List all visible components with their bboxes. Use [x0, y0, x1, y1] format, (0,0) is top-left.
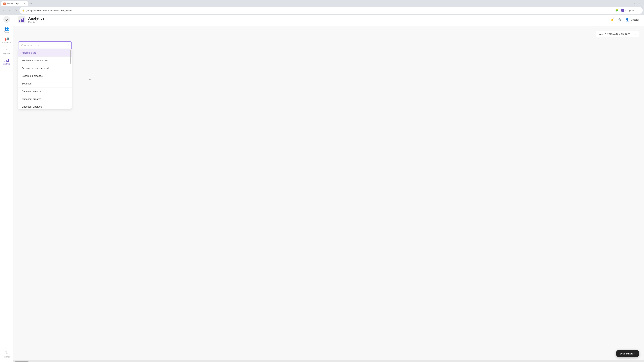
event-dropdown: Applied a tag Became a non-prospect Beca… [18, 49, 72, 109]
people-icon: 👥 [4, 27, 9, 30]
dropdown-item-checkout-created[interactable]: Checkout created [18, 95, 72, 103]
forward-button[interactable]: → [8, 8, 12, 13]
bottom-scrollbar-thumb [15, 361, 28, 362]
header-text: Analytics Events [28, 16, 44, 23]
minimize-button[interactable]: ⌄ [626, 1, 630, 6]
sidebar-item-people[interactable]: 👥 People [1, 25, 12, 34]
date-range-picker[interactable]: Nov 13, 2023 — Dec 13, 2023 ▾ [596, 31, 639, 37]
menu-icon[interactable]: ⋮ [636, 8, 640, 12]
event-selector-wrapper: ⤡ Applied a tag Became a non-prospect Be… [18, 41, 72, 49]
browser-content: ☺ 👥 People 📢 Campaigns Workflows [0, 13, 644, 362]
address-bar-row: ← → ↻ 🔒 getdrip.com/7641396/reports/subs… [0, 6, 644, 15]
tab-title: Events · Drip [7, 2, 22, 5]
content-area: Nov 13, 2023 — Dec 13, 2023 ▾ ⤡ Applied … [14, 26, 644, 362]
tab-bar: D Events · Drip ✕ + ⌄ ❐ ✕ [0, 0, 644, 6]
user-icon: 👤 [626, 18, 629, 22]
sidebar-label-people: People [4, 31, 9, 33]
profile-button[interactable]: I Incognito [620, 8, 635, 13]
user-name: Moodjoy [630, 18, 639, 21]
notification-dot [613, 17, 614, 18]
page-subtitle: Events [28, 21, 44, 23]
settings-icon [5, 351, 8, 355]
page-header: Analytics Events 🔔 🔍 👤 Moodjoy [14, 13, 644, 26]
drip-logo[interactable]: ☺ [3, 16, 10, 23]
sidebar: ☺ 👥 People 📢 Campaigns Workflows [0, 13, 14, 362]
svg-line-3 [6, 49, 7, 50]
sidebar-item-workflows[interactable]: Workflows [1, 46, 12, 56]
sidebar-bottom: Settings [1, 350, 12, 359]
notifications-button[interactable]: 🔔 [609, 17, 615, 22]
tab-close-button[interactable]: ✕ [24, 2, 26, 5]
url-text: getdrip.com/7641396/reports/subscriber_e… [26, 9, 72, 12]
sidebar-label-workflows: Workflows [3, 53, 10, 55]
date-picker-container: Nov 13, 2023 — Dec 13, 2023 ▾ [18, 31, 639, 37]
dropdown-item-canceled-order[interactable]: Canceled an order [18, 87, 72, 95]
sidebar-label-analytics: Analytics [3, 63, 10, 65]
cursor: ↖ [89, 78, 92, 82]
tab-favicon: D [3, 2, 6, 5]
sidebar-item-analytics[interactable]: Analytics [1, 57, 12, 66]
svg-point-1 [7, 48, 8, 49]
header-left: Analytics Events [18, 16, 44, 23]
dropdown-item-became-potential-lead[interactable]: Became a potential lead [18, 64, 72, 72]
svg-point-0 [5, 48, 6, 49]
bookmark-icon[interactable]: ☆ [610, 8, 614, 12]
drip-support-button[interactable]: Drip Support [616, 350, 639, 357]
window-controls: ⌄ ❐ ✕ [626, 1, 643, 6]
workflows-icon [5, 48, 8, 52]
dropdown-item-bounced[interactable]: Bounced [18, 80, 72, 87]
sidebar-label-settings: Settings [4, 356, 10, 358]
browser-chrome: D Events · Drip ✕ + ⌄ ❐ ✕ ← → ↻ 🔒 getdri… [0, 0, 644, 15]
analytics-icon [4, 59, 9, 62]
extension-icon[interactable]: 🧩 [615, 8, 619, 12]
dropdown-scrollbar[interactable] [70, 50, 71, 64]
bottom-scrollbar[interactable] [14, 360, 644, 362]
back-button[interactable]: ← [1, 8, 6, 13]
sidebar-label-campaigns: Campaigns [2, 41, 11, 43]
campaigns-icon: 📢 [4, 37, 9, 41]
dropdown-item-checkout-updated[interactable]: Checkout updated [18, 103, 72, 109]
restore-button[interactable]: ❐ [631, 1, 636, 6]
svg-point-2 [6, 50, 7, 51]
reload-button[interactable]: ↻ [14, 8, 18, 13]
close-button[interactable]: ✕ [636, 1, 641, 6]
analytics-header-icon [18, 16, 26, 23]
event-search-input[interactable] [18, 41, 72, 49]
drip-support-label: Drip Support [620, 352, 635, 355]
svg-line-4 [7, 49, 8, 50]
lock-icon: 🔒 [22, 9, 24, 11]
dropdown-item-became-non-prospect[interactable]: Became a non-prospect [18, 57, 72, 64]
sidebar-item-settings[interactable]: Settings [1, 350, 12, 359]
dropdown-item-applied-a-tag[interactable]: Applied a tag [18, 49, 72, 57]
profile-label: Incognito [626, 9, 634, 11]
user-menu[interactable]: 👤 Moodjoy [626, 18, 639, 22]
address-right: ☆ 🧩 I Incognito ⋮ [610, 8, 640, 13]
header-right: 🔔 🔍 👤 Moodjoy [609, 17, 639, 22]
profile-avatar: I [621, 9, 624, 12]
date-picker-chevron-icon: ▾ [635, 33, 636, 35]
main-content: Analytics Events 🔔 🔍 👤 Moodjoy [14, 13, 644, 362]
page-title: Analytics [28, 16, 44, 21]
address-bar[interactable]: 🔒 getdrip.com/7641396/reports/subscriber… [20, 7, 643, 14]
new-tab-button[interactable]: + [29, 1, 34, 6]
sidebar-item-campaigns[interactable]: 📢 Campaigns [1, 36, 12, 45]
svg-point-5 [6, 352, 7, 354]
dropdown-item-became-prospect[interactable]: Became a prospect [18, 72, 72, 80]
date-range-value: Nov 13, 2023 — Dec 13, 2023 [598, 33, 630, 35]
active-tab[interactable]: D Events · Drip ✕ [1, 1, 28, 6]
search-button[interactable]: 🔍 [617, 17, 623, 22]
